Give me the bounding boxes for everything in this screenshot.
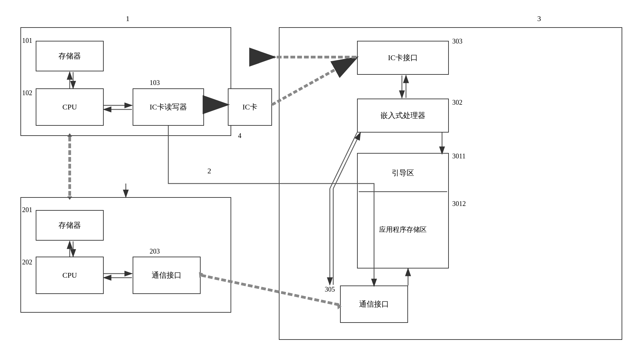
cpu-1: CPU: [36, 88, 104, 126]
memory-2: 存储器: [36, 210, 104, 241]
ref-label-3: 3: [537, 14, 541, 23]
ref-3011: 3011: [452, 152, 466, 160]
ic-port: IC卡接口: [357, 41, 449, 75]
boot-zone: 引导区: [359, 155, 447, 192]
ic-reader: IC卡读写器: [133, 88, 204, 126]
diagram: 1 3 存储器 101 CPU 102 IC卡读写器 103 存储器 201 C…: [0, 0, 643, 364]
memory-1: 存储器: [36, 41, 104, 71]
ref-303: 303: [452, 37, 462, 45]
ref-4: 4: [238, 132, 241, 140]
ref-202: 202: [22, 258, 32, 266]
ref-305: 305: [325, 285, 335, 293]
ref-101: 101: [22, 37, 32, 45]
comm-port-1: 通信接口: [133, 257, 201, 294]
ref-203: 203: [150, 247, 160, 255]
ref-201: 201: [22, 206, 32, 214]
ref-label-2: 2: [207, 167, 211, 175]
ref-3012: 3012: [452, 200, 466, 208]
ref-103: 103: [150, 79, 160, 87]
ref-102: 102: [22, 89, 32, 97]
app-storage: 应用程序存储区: [359, 192, 447, 267]
ic-card: IC卡: [228, 88, 272, 126]
comm-port-2: 通信接口: [340, 285, 408, 323]
embedded-proc: 嵌入式处理器: [357, 99, 449, 133]
ref-302: 302: [452, 99, 462, 106]
ref-label-1: 1: [126, 14, 130, 23]
cpu-2: CPU: [36, 257, 104, 294]
